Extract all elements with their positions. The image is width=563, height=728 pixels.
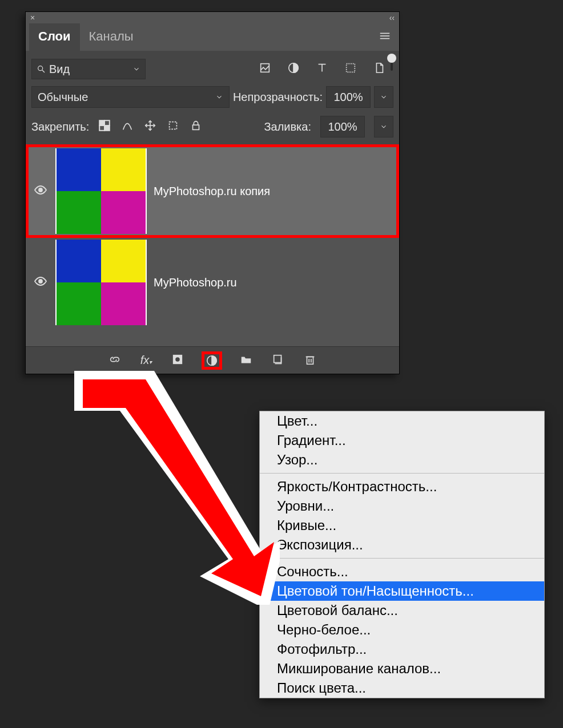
- filter-type-icons: [259, 62, 385, 76]
- menu-group: Сочность... Цветовой тон/Насыщенность...…: [260, 562, 544, 698]
- close-icon[interactable]: ×: [30, 13, 35, 22]
- svg-point-19: [175, 357, 180, 362]
- adjustment-icon[interactable]: [203, 353, 220, 368]
- tab-channels[interactable]: Каналы: [80, 23, 143, 51]
- new-layer-icon[interactable]: [272, 353, 284, 368]
- visibility-icon[interactable]: [33, 274, 49, 290]
- trash-icon[interactable]: [304, 353, 316, 368]
- opacity-label: Непрозрачность:: [233, 91, 323, 104]
- mask-icon[interactable]: [171, 353, 184, 368]
- shape-filter-icon[interactable]: [344, 62, 357, 76]
- opacity-stepper[interactable]: [374, 86, 393, 108]
- svg-rect-22: [307, 357, 313, 364]
- menu-item[interactable]: Узор...: [260, 450, 544, 470]
- smart-filter-icon[interactable]: [373, 62, 385, 76]
- lock-artboard-icon[interactable]: [167, 119, 179, 134]
- menu-group: Яркость/Контрастность... Уровни... Кривы…: [260, 477, 544, 555]
- svg-rect-11: [104, 126, 110, 131]
- menu-item[interactable]: Черно-белое...: [260, 620, 544, 640]
- svg-rect-12: [104, 120, 110, 126]
- panel-menu-icon[interactable]: [374, 27, 396, 47]
- panel-footer: fx▾: [26, 346, 399, 374]
- menu-item[interactable]: Экспозиция...: [260, 535, 544, 555]
- lock-transparency-icon[interactable]: [98, 119, 111, 134]
- menu-item[interactable]: Яркость/Контрастность...: [260, 477, 544, 496]
- layer-filter-select[interactable]: Вид: [31, 59, 146, 79]
- opacity-value[interactable]: 100%: [326, 86, 371, 108]
- layer-row[interactable]: MyPhotoshop.ru копия: [27, 145, 398, 237]
- menu-item-hue-saturation[interactable]: Цветовой тон/Насыщенность...: [260, 581, 544, 601]
- lock-label: Закрепить:: [31, 120, 89, 134]
- layer-thumbnail[interactable]: [55, 148, 147, 234]
- menu-item[interactable]: Кривые...: [260, 516, 544, 535]
- link-icon[interactable]: [108, 353, 121, 368]
- menu-group: Цвет... Градиент... Узор...: [260, 411, 544, 470]
- fill-label: Заливка:: [264, 120, 311, 134]
- visibility-icon[interactable]: [33, 183, 49, 199]
- blend-mode-value: Обычные: [38, 91, 88, 104]
- lock-all-icon[interactable]: [190, 119, 202, 134]
- lock-position-icon[interactable]: [144, 119, 156, 134]
- blend-mode-select[interactable]: Обычные: [31, 86, 230, 108]
- layer-name[interactable]: MyPhotoshop.ru копия: [154, 185, 270, 198]
- filter-label: Вид: [49, 63, 70, 76]
- menu-item[interactable]: Цвет...: [260, 411, 544, 431]
- svg-rect-14: [170, 122, 177, 130]
- panel-topbar: × ‹‹: [26, 12, 399, 23]
- fx-icon[interactable]: fx▾: [140, 354, 152, 367]
- svg-rect-13: [100, 126, 105, 131]
- svg-point-3: [38, 66, 43, 71]
- svg-rect-21: [274, 355, 282, 362]
- fill-value[interactable]: 100%: [320, 116, 365, 137]
- menu-item[interactable]: Цветовой баланс...: [260, 601, 544, 620]
- annotation-arrow: [57, 365, 280, 605]
- pixel-filter-icon[interactable]: [259, 62, 271, 76]
- svg-rect-15: [193, 125, 199, 130]
- svg-point-16: [39, 188, 42, 192]
- layer-thumbnail[interactable]: [55, 240, 147, 325]
- type-filter-icon[interactable]: [316, 62, 328, 76]
- svg-rect-10: [100, 120, 105, 126]
- tab-layers[interactable]: Слои: [29, 23, 80, 51]
- svg-rect-9: [347, 64, 355, 72]
- lock-image-icon[interactable]: [121, 119, 134, 134]
- menu-item[interactable]: Микширование каналов...: [260, 659, 544, 678]
- layers-panel: × ‹‹ Слои Каналы Вид: [25, 11, 400, 374]
- menu-item[interactable]: Поиск цвета...: [260, 678, 544, 698]
- menu-item[interactable]: Сочность...: [260, 562, 544, 581]
- filter-toggle[interactable]: [390, 62, 393, 76]
- svg-point-17: [39, 280, 42, 283]
- tabs-row: Слои Каналы: [26, 23, 399, 51]
- layers-list: MyPhotoshop.ru копия MyPhotoshop.ru: [26, 144, 399, 346]
- svg-marker-26: [74, 371, 280, 605]
- layer-row[interactable]: MyPhotoshop.ru: [27, 237, 398, 328]
- svg-marker-27: [83, 379, 274, 596]
- menu-item[interactable]: Градиент...: [260, 431, 544, 450]
- group-icon[interactable]: [240, 353, 252, 368]
- menu-item[interactable]: Фотофильтр...: [260, 640, 544, 659]
- svg-rect-5: [261, 64, 270, 72]
- adjustment-filter-icon[interactable]: [287, 62, 300, 76]
- svg-line-4: [42, 70, 45, 72]
- collapse-icon[interactable]: ‹‹: [389, 13, 395, 22]
- menu-item[interactable]: Уровни...: [260, 496, 544, 516]
- fill-stepper[interactable]: [374, 116, 393, 137]
- layer-name[interactable]: MyPhotoshop.ru: [154, 276, 237, 289]
- panel-body: Вид Обычные Непрозрачность:: [26, 51, 399, 144]
- adjustment-menu: Цвет... Градиент... Узор... Яркость/Конт…: [259, 411, 545, 698]
